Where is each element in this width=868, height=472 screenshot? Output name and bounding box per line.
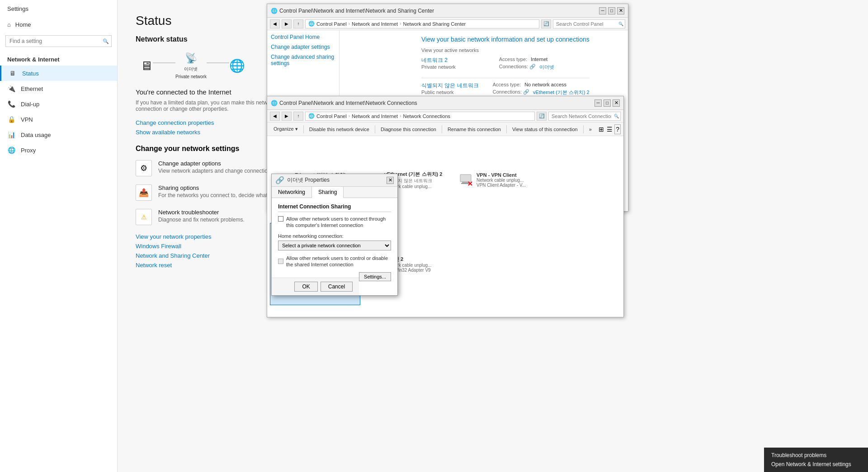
router-icon-diag: 📡 이더넷 Private network	[175, 52, 207, 79]
nsc-network-row-1: 네트워크 2 Private network Access type: Inte…	[421, 57, 590, 72]
nc-more-button[interactable]: »	[585, 126, 595, 133]
settings-home-button[interactable]: ⌂ Home	[0, 18, 117, 32]
nsc-conn-link-2[interactable]: vEthernet (기본 스위치) 2	[533, 89, 590, 96]
ics-allow-label: Allow other network users to connect thr…	[286, 216, 391, 229]
nsc-search-input[interactable]	[553, 19, 625, 28]
nsc-close-button[interactable]: ✕	[617, 7, 624, 14]
nc-maximize-button[interactable]: □	[604, 99, 611, 107]
nc-help-button[interactable]: ?	[614, 124, 621, 134]
nc-organize-button[interactable]: Organize ▾	[270, 125, 302, 133]
troubleshoot-problems-link[interactable]: Troubleshoot problems	[771, 452, 861, 458]
svg-rect-10	[461, 183, 470, 184]
props-footer: OK Cancel	[272, 278, 359, 295]
nc-back-button[interactable]: ◀	[270, 112, 280, 121]
nc-address-bar[interactable]: 🌐 Control Panel › Network and Internet ›…	[305, 112, 535, 121]
nc-minimize-button[interactable]: ─	[594, 99, 602, 107]
nc-toolbar-sep5	[583, 125, 584, 133]
settings-search-input[interactable]	[5, 35, 112, 47]
sidebar-item-label: Proxy	[21, 147, 36, 154]
settings-search-box: 🔍	[5, 35, 112, 47]
nc-view-status-button[interactable]: View status of this connection	[509, 126, 581, 133]
nc-toolbar-sep4	[506, 125, 507, 133]
nsc-back-button[interactable]: ◀	[270, 19, 280, 28]
nsc-divider	[421, 78, 590, 78]
nc-search-input[interactable]	[548, 112, 621, 121]
adapter-icon: ⚙	[136, 160, 152, 176]
nsc-refresh-button[interactable]: 🔄	[541, 19, 551, 28]
nsc-change-adapter-link[interactable]: Change adapter settings	[271, 44, 335, 50]
nc-addr-icon: 🌐	[308, 113, 315, 119]
props-ok-button[interactable]: OK	[294, 282, 317, 292]
nc-diagnose-button[interactable]: Diagnose this connection	[377, 126, 440, 133]
nc-rename-button[interactable]: Rename this connection	[444, 126, 505, 133]
svg-rect-8	[460, 175, 471, 182]
nc-item-vpn[interactable]: VPN - VPN Client Network cable unplug...…	[454, 139, 545, 221]
open-network-settings-link[interactable]: Open Network & Internet settings	[771, 461, 861, 467]
props-tab-sharing[interactable]: Sharing	[312, 187, 344, 198]
nsc-up-button[interactable]: ↑	[293, 19, 303, 28]
nc-search-wrap	[548, 112, 621, 121]
nsc-net-type-1: Private network	[421, 64, 490, 70]
nsc-change-sharing-link[interactable]: Change advanced sharing settings	[271, 54, 335, 66]
nsc-conn-link-1[interactable]: 이더넷	[539, 64, 554, 71]
props-title: 이더넷 Properties	[287, 176, 384, 184]
sidebar-item-label: Data usage	[21, 132, 51, 138]
ics-allow-control-checkbox[interactable]	[278, 259, 283, 264]
nsc-active-networks-label: View your active networks	[421, 47, 590, 53]
sidebar-item-ethernet[interactable]: 🔌 Ethernet	[0, 81, 117, 96]
sidebar-item-data-usage[interactable]: 📊 Data usage	[0, 127, 117, 142]
nsc-minimize-button[interactable]: ─	[599, 7, 606, 14]
home-icon: ⌂	[7, 21, 11, 28]
nsc-window-icon: 🌐	[271, 8, 278, 14]
nsc-forward-button[interactable]: ▶	[282, 19, 292, 28]
props-close-button[interactable]: ✕	[387, 177, 394, 184]
nc-vpn-icon	[458, 174, 473, 186]
nc-forward-button[interactable]: ▶	[282, 112, 292, 121]
troubleshooter-title: Network troubleshooter	[158, 209, 245, 216]
sidebar-item-label: VPN	[21, 116, 33, 123]
sidebar-item-vpn[interactable]: 🔒 VPN	[0, 112, 117, 127]
ics-select-connection[interactable]: Select a private network connection	[278, 241, 391, 250]
nc-vpn-detail: VPN Client Adapter - V...	[476, 183, 526, 188]
ics-allow-control-row: Allow other network users to control or …	[278, 255, 391, 268]
ics-allow-checkbox[interactable]	[278, 216, 283, 222]
troubleshooter-desc: Diagnose and fix network problems.	[158, 217, 245, 223]
nc-titlebar: 🌐 Control Panel\Network and Internet\Net…	[267, 96, 623, 110]
troubleshooter-icon: ⚠	[136, 209, 152, 225]
props-tab-networking[interactable]: Networking	[272, 187, 312, 198]
bottom-bar: Troubleshoot problems Open Network & Int…	[764, 448, 868, 472]
nc-refresh-button[interactable]: 🔄	[537, 112, 547, 121]
nsc-maximize-button[interactable]: □	[608, 7, 615, 14]
sidebar-item-label: Ethernet	[21, 85, 43, 92]
nc-toolbar-sep3	[442, 125, 442, 133]
nsc-addr-icon: 🌐	[308, 21, 315, 27]
sidebar-item-label: Status	[22, 70, 39, 77]
nc-close-button[interactable]: ✕	[613, 99, 620, 107]
nc-vpn-status: Network cable unplug...	[476, 178, 526, 183]
nsc-control-panel-home-link[interactable]: Control Panel Home	[271, 34, 335, 40]
props-icon: 🔗	[275, 176, 284, 184]
nc-disable-device-button[interactable]: Disable this network device	[306, 126, 373, 133]
props-cancel-button[interactable]: Cancel	[321, 282, 353, 292]
ics-settings-button[interactable]: Settings...	[359, 272, 391, 281]
nc-view-toggle-2[interactable]: ☰	[606, 125, 613, 134]
nsc-net-type-2: Public network	[421, 90, 484, 95]
ethernet-icon: 🔌	[7, 85, 15, 93]
sidebar-item-proxy[interactable]: 🌐 Proxy	[0, 142, 117, 158]
sharing-icon: 📤	[136, 184, 152, 201]
nc-view-toggle-1[interactable]: ⊞	[598, 125, 605, 134]
home-label: Home	[15, 21, 31, 28]
props-titlebar: 🔗 이더넷 Properties ✕	[272, 174, 397, 187]
sidebar-item-status[interactable]: 🖥 Status	[0, 66, 117, 81]
sidebar-item-dialup[interactable]: 📞 Dial-up	[0, 96, 117, 112]
net-line-2	[207, 62, 229, 63]
nsc-net-name-2[interactable]: 식별되지 않은 네트워크	[421, 82, 484, 90]
ics-section-title: Internet Connection Sharing	[278, 203, 391, 212]
nsc-heading: View your basic network information and …	[421, 36, 590, 43]
nsc-net-name-1[interactable]: 네트워크 2	[421, 57, 490, 64]
vpn-icon: 🔒	[7, 115, 15, 123]
ics-allow-row: Allow other network users to connect thr…	[278, 216, 391, 229]
props-tabs: Networking Sharing	[272, 187, 397, 198]
nc-up-button[interactable]: ↑	[293, 112, 303, 121]
nsc-address-bar[interactable]: 🌐 Control Panel › Network and Internet ›…	[305, 19, 539, 28]
